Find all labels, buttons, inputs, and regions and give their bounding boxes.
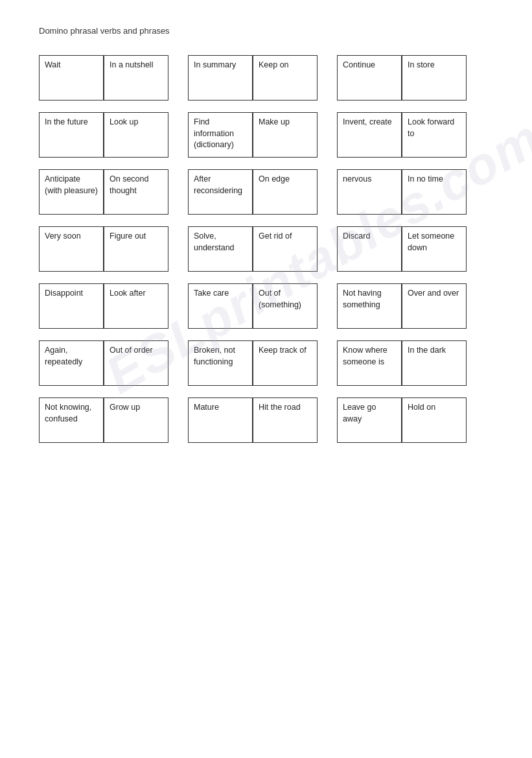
domino-cell-3-1-0: Solve, understand — [188, 226, 253, 272]
domino-cell-2-0-0: Anticipate (with pleasure) — [39, 169, 104, 215]
domino-pair-3-1: Solve, understandGet rid of — [188, 226, 318, 272]
domino-pair-5-0: Again, repeatedlyOut of order — [39, 340, 168, 386]
page-title: Domino phrasal verbs and phrases — [39, 26, 493, 36]
domino-pair-4-0: DisappointLook after — [39, 283, 168, 329]
domino-row-1: In the futureLook upFind information (di… — [39, 112, 493, 158]
domino-row-3: Very soonFigure outSolve, understandGet … — [39, 226, 493, 272]
domino-cell-5-2-0: Know where someone is — [337, 340, 402, 386]
domino-pair-2-1: After reconsideringOn edge — [188, 169, 318, 215]
domino-pair-4-2: Not having somethingOver and over — [337, 283, 467, 329]
domino-pair-3-0: Very soonFigure out — [39, 226, 168, 272]
domino-cell-5-1-1: Keep track of — [253, 340, 318, 386]
domino-pair-2-0: Anticipate (with pleasure)On second thou… — [39, 169, 168, 215]
domino-cell-4-2-1: Over and over — [402, 283, 467, 329]
domino-cell-1-0-1: Look up — [104, 112, 168, 158]
domino-cell-0-2-0: Continue — [337, 55, 402, 101]
domino-pair-5-2: Know where someone isIn the dark — [337, 340, 467, 386]
domino-cell-1-1-1: Make up — [253, 112, 318, 158]
domino-pair-1-1: Find information (dictionary)Make up — [188, 112, 318, 158]
domino-cell-2-1-0: After reconsidering — [188, 169, 253, 215]
domino-cell-5-2-1: In the dark — [402, 340, 467, 386]
domino-pair-3-2: DiscardLet someone down — [337, 226, 467, 272]
domino-cell-2-2-0: nervous — [337, 169, 402, 215]
domino-cell-5-1-0: Broken, not functioning — [188, 340, 253, 386]
domino-cell-6-2-1: Hold on — [402, 397, 467, 443]
domino-cell-6-0-1: Grow up — [104, 397, 168, 443]
domino-cell-4-2-0: Not having something — [337, 283, 402, 329]
domino-cell-6-2-0: Leave go away — [337, 397, 402, 443]
domino-cell-4-1-0: Take care — [188, 283, 253, 329]
domino-cell-1-2-1: Look forward to — [402, 112, 467, 158]
domino-pair-0-0: WaitIn a nutshell — [39, 55, 168, 101]
domino-cell-2-1-1: On edge — [253, 169, 318, 215]
domino-pair-6-0: Not knowing, confusedGrow up — [39, 397, 168, 443]
domino-cell-0-2-1: In store — [402, 55, 467, 101]
domino-cell-1-2-0: Invent, create — [337, 112, 402, 158]
domino-cell-4-0-0: Disappoint — [39, 283, 104, 329]
domino-cell-0-0-1: In a nutshell — [104, 55, 168, 101]
domino-cell-4-1-1: Out of (something) — [253, 283, 318, 329]
domino-pair-0-2: ContinueIn store — [337, 55, 467, 101]
domino-cell-0-1-0: In summary — [188, 55, 253, 101]
domino-pair-6-1: MatureHit the road — [188, 397, 318, 443]
domino-cell-4-0-1: Look after — [104, 283, 168, 329]
domino-pair-1-2: Invent, createLook forward to — [337, 112, 467, 158]
domino-cell-2-2-1: In no time — [402, 169, 467, 215]
domino-cell-3-0-0: Very soon — [39, 226, 104, 272]
domino-pair-4-1: Take careOut of (something) — [188, 283, 318, 329]
domino-cell-1-1-0: Find information (dictionary) — [188, 112, 253, 158]
domino-cell-3-2-1: Let someone down — [402, 226, 467, 272]
domino-cell-3-2-0: Discard — [337, 226, 402, 272]
domino-pair-0-1: In summaryKeep on — [188, 55, 318, 101]
domino-cell-1-0-0: In the future — [39, 112, 104, 158]
domino-pair-6-2: Leave go awayHold on — [337, 397, 467, 443]
domino-pair-1-0: In the futureLook up — [39, 112, 168, 158]
domino-row-6: Not knowing, confusedGrow upMatureHit th… — [39, 397, 493, 443]
domino-cell-5-0-0: Again, repeatedly — [39, 340, 104, 386]
domino-row-0: WaitIn a nutshellIn summaryKeep onContin… — [39, 55, 493, 101]
domino-cell-0-1-1: Keep on — [253, 55, 318, 101]
domino-row-2: Anticipate (with pleasure)On second thou… — [39, 169, 493, 215]
domino-pair-5-1: Broken, not functioningKeep track of — [188, 340, 318, 386]
domino-cell-5-0-1: Out of order — [104, 340, 168, 386]
domino-cell-6-1-1: Hit the road — [253, 397, 318, 443]
domino-pair-2-2: nervousIn no time — [337, 169, 467, 215]
domino-cell-2-0-1: On second thought — [104, 169, 168, 215]
domino-row-5: Again, repeatedlyOut of orderBroken, not… — [39, 340, 493, 386]
domino-row-4: DisappointLook afterTake careOut of (som… — [39, 283, 493, 329]
domino-cell-6-0-0: Not knowing, confused — [39, 397, 104, 443]
domino-cell-3-0-1: Figure out — [104, 226, 168, 272]
domino-cell-0-0-0: Wait — [39, 55, 104, 101]
domino-cell-6-1-0: Mature — [188, 397, 253, 443]
domino-cell-3-1-1: Get rid of — [253, 226, 318, 272]
domino-grid: WaitIn a nutshellIn summaryKeep onContin… — [39, 55, 493, 443]
